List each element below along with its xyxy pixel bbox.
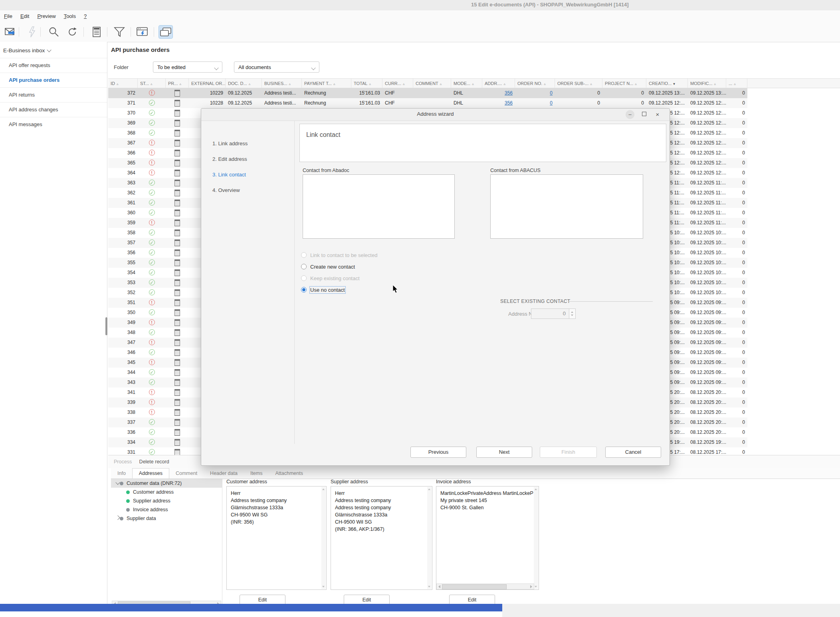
- radio-button-icon[interactable]: [301, 264, 307, 269]
- column-header-total[interactable]: TOTAL▵: [351, 79, 382, 88]
- close-icon[interactable]: ×: [653, 110, 662, 119]
- address-no-spinner[interactable]: [569, 308, 576, 319]
- document-preview-icon[interactable]: [174, 200, 180, 206]
- taskbar-strip[interactable]: [0, 604, 502, 611]
- sidebar-item-api-returns[interactable]: API returns: [0, 87, 107, 102]
- table-row[interactable]: 371✓1022809.12.2025Address testi...Rechn…: [108, 98, 747, 108]
- tab-header-data[interactable]: Header data: [204, 469, 244, 479]
- search-icon[interactable]: [47, 26, 61, 38]
- link-addr[interactable]: 356: [505, 90, 513, 96]
- document-preview-icon[interactable]: [174, 249, 180, 256]
- document-preview-icon[interactable]: [174, 160, 180, 166]
- column-header-com[interactable]: COMMENT▵: [413, 79, 451, 88]
- document-preview-icon[interactable]: [174, 170, 180, 176]
- splitter-grip[interactable]: [105, 317, 107, 335]
- folder-select[interactable]: To be edited: [153, 61, 222, 73]
- spinner-down-icon[interactable]: [571, 314, 573, 316]
- column-header-addr[interactable]: ADDR....▵: [482, 79, 515, 88]
- scroll-up-icon[interactable]: [428, 488, 430, 490]
- document-preview-icon[interactable]: [174, 190, 180, 196]
- document-preview-icon[interactable]: [174, 210, 180, 216]
- column-header-dots[interactable]: ...▵: [726, 79, 747, 88]
- document-preview-icon[interactable]: [174, 389, 180, 396]
- filter-funnel-icon[interactable]: [113, 26, 126, 38]
- window-layout-icon[interactable]: [159, 26, 172, 38]
- document-preview-icon[interactable]: [174, 269, 180, 276]
- column-header-mod[interactable]: MODIFIC...▵: [688, 79, 726, 88]
- scroll-left-icon[interactable]: [438, 585, 440, 588]
- column-header-st[interactable]: ST...▵: [138, 79, 166, 88]
- tab-attachments[interactable]: Attachments: [269, 469, 309, 479]
- document-preview-icon[interactable]: [174, 349, 180, 356]
- document-preview-icon[interactable]: [174, 329, 180, 336]
- document-preview-icon[interactable]: [174, 419, 180, 426]
- chevron-down-icon[interactable]: [113, 481, 120, 486]
- documents-select[interactable]: All documents: [234, 61, 319, 73]
- scroll-down-icon[interactable]: [535, 586, 537, 587]
- link-ono[interactable]: 0: [550, 90, 553, 96]
- menu-item-[interactable]: ?: [80, 10, 91, 19]
- tree-item-supplier-address[interactable]: Supplier address: [111, 496, 222, 505]
- scroll-right-icon[interactable]: [530, 585, 532, 588]
- maximize-icon[interactable]: [639, 110, 649, 119]
- wizard-step-edit-address[interactable]: 2. Edit address: [201, 151, 294, 167]
- column-header-ext[interactable]: EXTERNAL OR...▵: [189, 79, 226, 88]
- report-list-icon[interactable]: [90, 26, 104, 38]
- document-preview-icon[interactable]: [174, 110, 180, 117]
- column-header-pr[interactable]: PR...▵: [166, 79, 189, 88]
- scroll-up-icon[interactable]: [535, 488, 537, 490]
- column-header-pay[interactable]: PAYMENT T...▵: [302, 79, 351, 88]
- wizard-step-link-contact[interactable]: 3. Link contact: [201, 167, 294, 182]
- previous-button[interactable]: Previous: [410, 447, 466, 458]
- document-preview-icon[interactable]: [174, 359, 180, 366]
- menu-item-tools[interactable]: Tools: [60, 10, 80, 19]
- sidebar-item-api-offer-requests[interactable]: API offer requests: [0, 58, 107, 73]
- sidebar-item-api-messages[interactable]: API messages: [0, 117, 107, 132]
- document-preview-icon[interactable]: [174, 180, 180, 186]
- link-addr[interactable]: 356: [505, 100, 513, 106]
- radio-button-icon[interactable]: [301, 287, 307, 293]
- refresh-icon[interactable]: [65, 26, 79, 38]
- minimize-icon[interactable]: –: [626, 110, 634, 119]
- column-header-cur[interactable]: CURR...▵: [382, 79, 413, 88]
- document-preview-icon[interactable]: [174, 259, 180, 266]
- tree-item-customer-data-dnr-72-[interactable]: Customer data (DNR:72): [111, 479, 222, 488]
- abacus-contact-list[interactable]: [490, 174, 643, 239]
- document-preview-icon[interactable]: [174, 429, 180, 436]
- sidebar-item-api-address-changes[interactable]: API address changes: [0, 102, 107, 117]
- document-preview-icon[interactable]: [174, 299, 180, 306]
- scroll-down-icon[interactable]: [322, 586, 325, 587]
- abadoc-contact-list[interactable]: [303, 174, 455, 239]
- column-header-cre[interactable]: CREATIO...▾: [646, 79, 688, 88]
- document-preview-icon[interactable]: [174, 90, 180, 97]
- address-no-input[interactable]: 0: [531, 308, 569, 319]
- tab-items[interactable]: Items: [244, 469, 269, 479]
- tab-comment[interactable]: Comment: [169, 469, 204, 479]
- tree-item-customer-address[interactable]: Customer address: [111, 488, 222, 496]
- tree-item-invoice-address[interactable]: Invoice address: [111, 505, 222, 514]
- document-preview-icon[interactable]: [174, 289, 180, 296]
- scroll-down-icon[interactable]: [428, 586, 430, 587]
- send-mail-icon[interactable]: [4, 26, 18, 38]
- column-header-osub[interactable]: ORDER SUB-...▵: [555, 79, 602, 88]
- document-preview-icon[interactable]: [174, 369, 180, 376]
- document-preview-icon[interactable]: [174, 399, 180, 406]
- panel-horizontal-scrollbar[interactable]: [436, 583, 534, 589]
- document-preview-icon[interactable]: [174, 439, 180, 446]
- window-flash-icon[interactable]: [136, 26, 149, 38]
- document-preview-icon[interactable]: [174, 220, 180, 226]
- process-button[interactable]: Process: [114, 459, 132, 465]
- tab-info[interactable]: Info: [111, 469, 132, 479]
- column-header-ono[interactable]: ORDER NO.▵: [515, 79, 555, 88]
- document-preview-icon[interactable]: [174, 100, 180, 107]
- menu-item-preview[interactable]: Preview: [33, 10, 59, 19]
- column-header-doc[interactable]: DOC. D...▵: [226, 79, 262, 88]
- sidebar-header[interactable]: E-Business inbox: [3, 47, 51, 53]
- menu-item-file[interactable]: File: [0, 10, 16, 19]
- tree-item-supplier-data[interactable]: Supplier data: [111, 514, 222, 523]
- radio-use-no-contact[interactable]: Use no contact: [301, 285, 345, 294]
- scroll-up-icon[interactable]: [322, 488, 325, 490]
- tab-addresses[interactable]: Addresses: [132, 468, 169, 479]
- document-preview-icon[interactable]: [174, 140, 180, 146]
- column-header-mode[interactable]: MODE...▵: [451, 79, 482, 88]
